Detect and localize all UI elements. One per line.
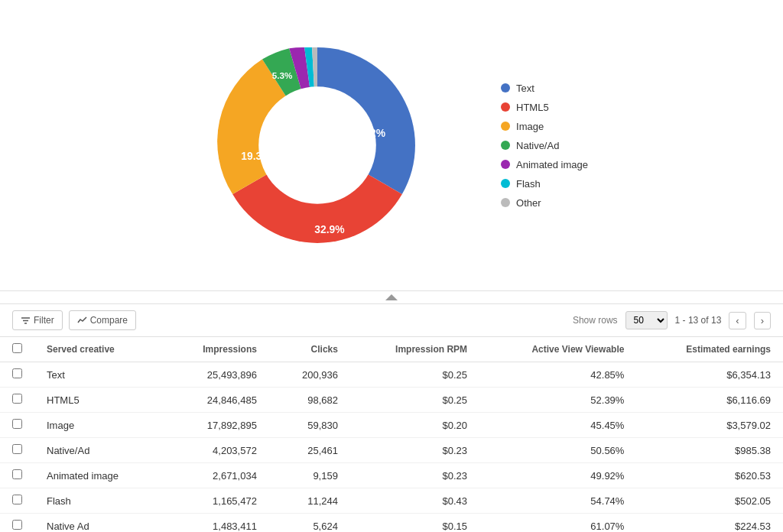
legend-item-other: Other — [501, 197, 588, 209]
cell-clicks: 200,936 — [269, 362, 350, 388]
header-served-creative: Served creative — [34, 337, 164, 362]
row-checkbox[interactable] — [12, 469, 22, 479]
row-checkbox-cell[interactable] — [0, 514, 34, 533]
collapse-arrow-icon[interactable] — [385, 294, 398, 300]
toolbar-left: Filter Compare — [12, 310, 136, 330]
legend-item-html5: HTML5 — [501, 102, 588, 113]
legend-item-flash: Flash — [501, 178, 588, 190]
cell-viewable: 54.74% — [479, 488, 636, 514]
filter-button[interactable]: Filter — [12, 310, 63, 330]
header-active-view: Active View Viewable — [479, 337, 636, 362]
svg-text:5.3%: 5.3% — [272, 70, 293, 80]
cell-rpm: $0.25 — [350, 388, 479, 413]
row-checkbox[interactable] — [12, 419, 22, 429]
legend-dot-image — [501, 122, 510, 131]
table-row: Native/Ad 4,203,572 25,461 $0.23 50.56% … — [0, 438, 783, 463]
row-checkbox[interactable] — [12, 520, 22, 530]
table-row: Text 25,493,896 200,936 $0.25 42.85% $6,… — [0, 362, 783, 388]
table-toolbar: Filter Compare Show rows 50 25 100 1 - 1… — [0, 304, 783, 337]
cell-creative: Flash — [34, 488, 164, 514]
cell-clicks: 9,159 — [269, 463, 350, 488]
table-section: Filter Compare Show rows 50 25 100 1 - 1… — [0, 303, 783, 532]
legend-dot-animated — [501, 160, 510, 169]
cell-earnings: $224.53 — [636, 514, 783, 533]
toolbar-right: Show rows 50 25 100 1 - 13 of 13 ‹ › — [573, 311, 771, 329]
chart-legend: Text HTML5 Image Native/Ad Animated imag… — [501, 83, 588, 209]
cell-clicks: 5,624 — [269, 514, 350, 533]
legend-item-text: Text — [501, 83, 588, 94]
row-checkbox-cell[interactable] — [0, 388, 34, 413]
cell-creative: Native Ad — [34, 514, 164, 533]
legend-label-image: Image — [516, 121, 544, 132]
row-checkbox[interactable] — [12, 368, 22, 378]
cell-impressions: 24,846,485 — [164, 388, 269, 413]
legend-label-flash: Flash — [516, 178, 541, 190]
rows-select[interactable]: 50 25 100 — [625, 311, 668, 329]
cell-clicks: 59,830 — [269, 413, 350, 438]
cell-earnings: $3,579.02 — [636, 413, 783, 438]
cell-clicks: 25,461 — [269, 438, 350, 463]
cell-viewable: 61.07% — [479, 514, 636, 533]
cell-impressions: 1,165,472 — [164, 488, 269, 514]
compare-icon — [77, 316, 87, 326]
cell-rpm: $0.23 — [350, 463, 479, 488]
cell-creative: Native/Ad — [34, 438, 164, 463]
svg-point-0 — [258, 86, 376, 204]
legend-item-animated: Animated image — [501, 159, 588, 170]
pagination-prev-button[interactable]: ‹ — [729, 312, 746, 329]
row-checkbox-cell[interactable] — [0, 488, 34, 514]
cell-rpm: $0.25 — [350, 362, 479, 388]
cell-viewable: 49.92% — [479, 463, 636, 488]
legend-item-nativead: Native/Ad — [501, 140, 588, 151]
legend-label-nativead: Native/Ad — [516, 140, 559, 151]
pagination-next-button[interactable]: › — [754, 312, 771, 329]
table-row: Animated image 2,671,034 9,159 $0.23 49.… — [0, 463, 783, 488]
cell-rpm: $0.20 — [350, 413, 479, 438]
legend-dot-flash — [501, 179, 510, 188]
row-checkbox-cell[interactable] — [0, 362, 34, 388]
donut-chart: 34.2% 32.9% 19.3% 5.3% — [195, 23, 440, 268]
legend-item-image: Image — [501, 121, 588, 132]
cell-impressions: 2,671,034 — [164, 463, 269, 488]
cell-viewable: 50.56% — [479, 438, 636, 463]
cell-creative: Text — [34, 362, 164, 388]
row-checkbox[interactable] — [12, 394, 22, 404]
legend-label-html5: HTML5 — [516, 102, 549, 113]
show-rows-label: Show rows — [573, 315, 618, 326]
cell-creative: Image — [34, 413, 164, 438]
legend-dot-text — [501, 83, 510, 92]
data-table: Served creative Impressions Clicks Impre… — [0, 337, 783, 532]
svg-text:34.2%: 34.2% — [356, 127, 385, 139]
header-checkbox-col — [0, 337, 34, 362]
row-checkbox-cell[interactable] — [0, 438, 34, 463]
cell-earnings: $6,354.13 — [636, 362, 783, 388]
table-row: Flash 1,165,472 11,244 $0.43 54.74% $502… — [0, 488, 783, 514]
table-row: HTML5 24,846,485 98,682 $0.25 52.39% $6,… — [0, 388, 783, 413]
legend-dot-html5 — [501, 102, 510, 112]
pagination-info: 1 - 13 of 13 — [675, 315, 722, 326]
cell-earnings: $620.53 — [636, 463, 783, 488]
cell-clicks: 98,682 — [269, 388, 350, 413]
legend-dot-other — [501, 198, 510, 207]
row-checkbox[interactable] — [12, 495, 22, 504]
filter-icon — [21, 316, 31, 326]
table-row: Native Ad 1,483,411 5,624 $0.15 61.07% $… — [0, 514, 783, 533]
select-all-checkbox[interactable] — [12, 343, 22, 353]
cell-rpm: $0.15 — [350, 514, 479, 533]
cell-earnings: $6,116.69 — [636, 388, 783, 413]
cell-earnings: $985.38 — [636, 438, 783, 463]
row-checkbox-cell[interactable] — [0, 463, 34, 488]
cell-creative: Animated image — [34, 463, 164, 488]
cell-impressions: 25,493,896 — [164, 362, 269, 388]
legend-label-other: Other — [516, 197, 541, 209]
legend-label-animated: Animated image — [516, 159, 588, 170]
compare-label: Compare — [90, 315, 128, 326]
row-checkbox[interactable] — [12, 444, 22, 454]
compare-button[interactable]: Compare — [69, 310, 136, 330]
cell-viewable: 52.39% — [479, 388, 636, 413]
cell-impressions: 17,892,895 — [164, 413, 269, 438]
table-header-row: Served creative Impressions Clicks Impre… — [0, 337, 783, 362]
collapse-divider[interactable] — [0, 290, 783, 303]
cell-rpm: $0.43 — [350, 488, 479, 514]
row-checkbox-cell[interactable] — [0, 413, 34, 438]
